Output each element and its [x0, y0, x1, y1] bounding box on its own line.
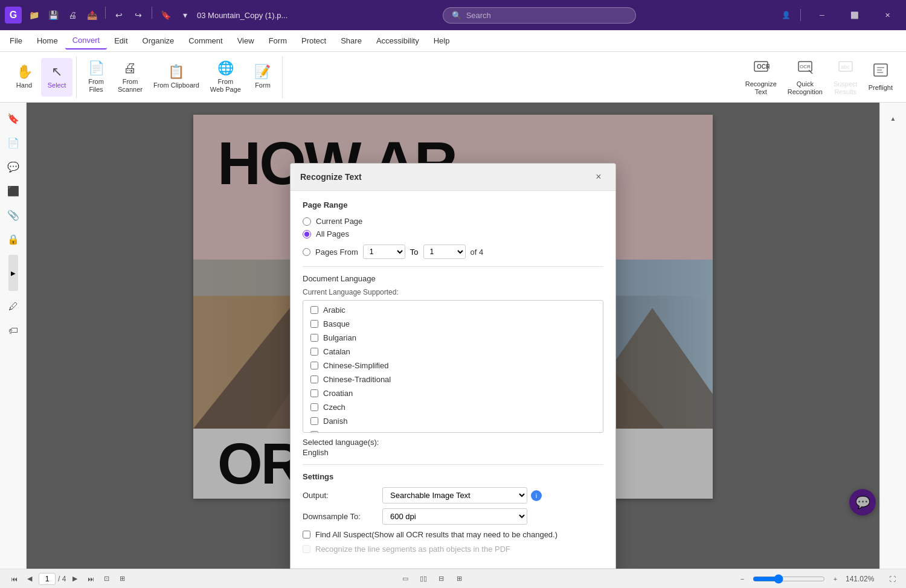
title-bar-left: G 📁 💾 🖨 📤 ↩ ↪ 🔖 ▾ 03 Mountain_Copy (1).p… [5, 7, 300, 24]
share-icon[interactable]: 📤 [83, 7, 100, 24]
menu-home[interactable]: Home [30, 33, 65, 49]
open-file-icon[interactable]: 📁 [25, 7, 42, 24]
form-button[interactable]: 📝 Form [247, 58, 278, 97]
sidebar-thumbnail-icon[interactable]: 📄 [2, 132, 24, 153]
sidebar-layers-icon[interactable]: ⬛ [2, 180, 24, 202]
recognize-line-checkbox[interactable] [303, 545, 310, 553]
of-pages-label: of 4 [471, 248, 484, 257]
from-scanner-button[interactable]: 🖨 FromScanner [113, 58, 147, 97]
from-files-button[interactable]: 📄 FromFiles [80, 58, 112, 97]
redo-icon[interactable]: ↪ [130, 7, 147, 24]
all-pages-radio[interactable] [303, 230, 311, 238]
menu-file[interactable]: File [2, 33, 30, 49]
menu-protect[interactable]: Protect [294, 33, 333, 49]
pages-from-end-select[interactable]: 1234 [423, 244, 466, 259]
minimize-button[interactable]: ─ [808, 0, 836, 30]
sidebar-comment-icon[interactable]: 💬 [2, 156, 24, 177]
lang-arabic-checkbox[interactable] [310, 306, 318, 314]
search-input[interactable] [466, 11, 611, 20]
menu-form[interactable]: Form [262, 33, 294, 49]
prev-page-button[interactable]: ◀ [23, 572, 36, 586]
lang-bulgarian-checkbox[interactable] [310, 334, 318, 342]
lang-chinese-simplified-label: Chinese-Simplified [323, 361, 388, 370]
language-list: Arabic Basque Bulgarian Catalan [303, 301, 603, 432]
undo-icon[interactable]: ↩ [111, 7, 127, 24]
output-select[interactable]: Searchable Image Text Editable Text Clea… [382, 487, 527, 503]
sidebar-bookmark-icon[interactable]: 🔖 [2, 107, 24, 129]
select-tool-button[interactable]: ↖ Select [41, 58, 72, 97]
preflight-button[interactable]: Preflight [864, 58, 898, 97]
search-bar[interactable]: 🔍 [443, 7, 636, 24]
page-number-input[interactable] [39, 573, 56, 585]
menu-organize[interactable]: Organize [135, 33, 182, 49]
zoom-in-button[interactable]: + [829, 572, 842, 586]
zoom-slider[interactable] [753, 574, 825, 584]
menu-convert[interactable]: Convert [65, 32, 108, 50]
menu-share[interactable]: Share [333, 33, 369, 49]
fullscreen-button[interactable]: ⛶ [885, 572, 899, 586]
lang-item-croatian: Croatian [303, 386, 603, 400]
grid-view-button[interactable]: ⊞ [453, 572, 466, 586]
zoom-out-button[interactable]: − [736, 572, 749, 586]
fit-width-button[interactable]: ⊞ [115, 572, 129, 586]
sidebar-lock-icon[interactable]: 🔒 [2, 228, 24, 250]
lang-catalan-checkbox[interactable] [310, 348, 318, 356]
lang-item-bulgarian: Bulgarian [303, 331, 603, 345]
lang-dutch-label: Dutch [323, 430, 344, 432]
suspect-results-icon: abc [837, 58, 854, 78]
selected-lang-label: Selected language(s): [303, 438, 603, 447]
menu-edit[interactable]: Edit [107, 33, 135, 49]
lang-croatian-checkbox[interactable] [310, 389, 318, 397]
lang-czech-checkbox[interactable] [310, 403, 318, 411]
last-page-button[interactable]: ⏭ [84, 572, 97, 586]
scroll-view-button[interactable]: ⊟ [435, 572, 448, 586]
menu-help[interactable]: Help [426, 33, 457, 49]
recognize-text-icon: OCR [753, 58, 769, 78]
lang-dutch-checkbox[interactable] [310, 431, 318, 432]
current-page-radio[interactable] [303, 217, 311, 226]
next-page-button[interactable]: ▶ [68, 572, 82, 586]
output-info-icon[interactable]: i [531, 490, 542, 501]
menu-view[interactable]: View [230, 33, 262, 49]
recognize-text-label: RecognizeText [745, 80, 777, 96]
fit-page-button[interactable]: ⊡ [100, 572, 113, 586]
user-icon[interactable]: 👤 [779, 8, 793, 22]
select-label: Select [48, 81, 66, 89]
stamp-icon[interactable]: 🔖 [157, 7, 174, 24]
pages-from-radio[interactable] [303, 248, 310, 256]
print-icon[interactable]: 🖨 [64, 7, 81, 24]
dialog-close-button[interactable]: × [591, 170, 606, 184]
lang-basque-checkbox[interactable] [310, 320, 318, 328]
lang-croatian-label: Croatian [323, 389, 353, 398]
downsample-select[interactable]: 600 dpi 300 dpi 150 dpi [382, 508, 527, 525]
from-clipboard-button[interactable]: 📋 From Clipboard [149, 58, 204, 97]
dropdown-icon[interactable]: ▾ [176, 7, 193, 24]
close-button[interactable]: ✕ [873, 0, 901, 30]
find-suspect-checkbox[interactable] [303, 531, 310, 538]
sidebar-attachment-icon[interactable]: 📎 [2, 204, 24, 226]
pages-from-start-select[interactable]: 1234 [363, 244, 405, 259]
suspect-results-button[interactable]: abc SuspectResults [829, 58, 863, 97]
from-web-page-button[interactable]: 🌐 FromWeb Page [205, 58, 246, 97]
lang-chinese-simplified-checkbox[interactable] [310, 362, 318, 369]
single-page-view-button[interactable]: ▭ [399, 572, 412, 586]
restore-button[interactable]: ⬜ [841, 0, 869, 30]
menu-accessibility[interactable]: Accessibility [369, 33, 426, 49]
lang-item-chinese-traditional: Chinese-Traditional [303, 372, 603, 386]
first-page-button[interactable]: ⏮ [7, 572, 21, 586]
lang-danish-checkbox[interactable] [310, 417, 318, 425]
output-setting-row: Output: Searchable Image Text Editable T… [303, 487, 603, 503]
right-sidebar-scroll-up[interactable]: ▲ [882, 107, 904, 129]
double-page-view-button[interactable]: ▯▯ [417, 572, 430, 586]
recognize-text-button[interactable]: OCR RecognizeText [741, 58, 782, 97]
lang-chinese-traditional-checkbox[interactable] [310, 375, 318, 383]
save-icon[interactable]: 💾 [45, 7, 62, 24]
sidebar-collapse-arrow[interactable]: ▶ [8, 255, 18, 291]
sidebar-stamp-icon[interactable]: 🖊 [2, 296, 24, 318]
sidebar-tag-icon[interactable]: 🏷 [2, 320, 24, 342]
downsample-label: Downsample To: [303, 512, 375, 521]
lang-item-arabic: Arabic [303, 303, 603, 317]
hand-tool-button[interactable]: ✋ Hand [8, 58, 40, 97]
quick-recognition-button[interactable]: OCR QuickRecognition [783, 58, 827, 97]
menu-comment[interactable]: Comment [181, 33, 230, 49]
